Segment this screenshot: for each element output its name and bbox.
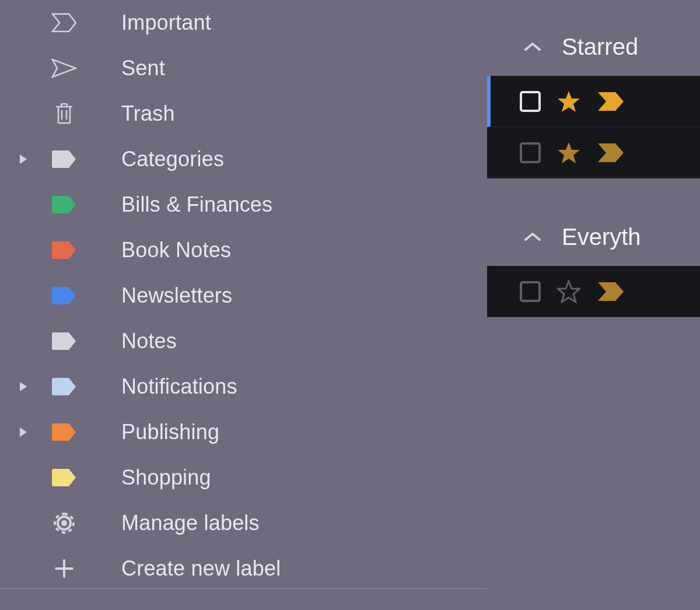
label-icon bbox=[51, 468, 77, 488]
label-icon bbox=[51, 286, 77, 306]
sidebar-item-label: Create new label bbox=[121, 556, 281, 581]
sidebar-item-label: Important bbox=[121, 10, 211, 35]
sidebar-item-label: Notifications bbox=[121, 374, 237, 399]
checkbox[interactable] bbox=[520, 91, 541, 112]
label-icon bbox=[51, 149, 77, 169]
sidebar-item-bills-finances[interactable]: Bills & Finances bbox=[0, 182, 487, 227]
label-icon bbox=[51, 377, 77, 397]
sidebar-item-label: Sent bbox=[121, 56, 165, 80]
message-row[interactable] bbox=[487, 127, 700, 178]
checkbox[interactable] bbox=[520, 281, 541, 302]
sent-icon bbox=[51, 58, 77, 78]
section-header-starred[interactable]: Starred bbox=[487, 23, 700, 70]
sidebar-item-label: Publishing bbox=[121, 420, 219, 444]
sidebar-item-categories[interactable]: Categories bbox=[0, 136, 487, 182]
important-icon[interactable] bbox=[597, 142, 625, 163]
star-icon[interactable] bbox=[557, 141, 580, 164]
sidebar-item-label: Book Notes bbox=[121, 238, 231, 262]
label-icon bbox=[51, 331, 77, 351]
sidebar-item-label: Trash bbox=[121, 101, 175, 126]
trash-icon bbox=[54, 102, 75, 125]
sidebar-item-label: Manage labels bbox=[121, 511, 260, 535]
important-icon bbox=[51, 13, 77, 33]
svg-point-0 bbox=[61, 520, 67, 526]
section-title: Everyth bbox=[562, 224, 641, 250]
sidebar-item-sent[interactable]: Sent bbox=[0, 45, 487, 91]
message-row[interactable] bbox=[487, 76, 700, 127]
sidebar-item-label: Notes bbox=[121, 329, 177, 353]
sidebar-item-notifications[interactable]: Notifications bbox=[0, 364, 487, 409]
section-title: Starred bbox=[562, 34, 638, 60]
checkbox[interactable] bbox=[520, 142, 541, 163]
expand-icon[interactable] bbox=[19, 381, 28, 392]
chevron-up-icon[interactable] bbox=[524, 232, 541, 242]
label-icon bbox=[51, 422, 77, 442]
message-row[interactable] bbox=[487, 266, 700, 317]
star-outline-icon[interactable] bbox=[557, 280, 580, 303]
sidebar-item-label: Categories bbox=[121, 147, 224, 171]
sidebar-item-manage-labels[interactable]: Manage labels bbox=[0, 500, 487, 546]
chevron-up-icon[interactable] bbox=[524, 41, 541, 52]
sidebar-item-notes[interactable]: Notes bbox=[0, 318, 487, 364]
sidebar-item-create-new-label[interactable]: Create new label bbox=[0, 546, 487, 591]
label-icon bbox=[51, 240, 77, 260]
gear-icon bbox=[52, 511, 76, 535]
important-icon[interactable] bbox=[597, 91, 625, 112]
sidebar-divider bbox=[0, 588, 487, 589]
sidebar-item-label: Bills & Finances bbox=[121, 192, 272, 217]
sidebar-item-newsletters[interactable]: Newsletters bbox=[0, 273, 487, 318]
message-panel: Starred bbox=[487, 0, 700, 610]
plus-icon bbox=[54, 558, 75, 579]
label-icon bbox=[51, 195, 77, 215]
sidebar-item-book-notes[interactable]: Book Notes bbox=[0, 227, 487, 273]
message-list-starred bbox=[487, 76, 700, 178]
expand-icon[interactable] bbox=[19, 426, 28, 438]
section-header-everything[interactable]: Everyth bbox=[487, 213, 700, 260]
sidebar-item-shopping[interactable]: Shopping bbox=[0, 455, 487, 500]
expand-icon[interactable] bbox=[19, 153, 28, 165]
message-list-everything bbox=[487, 266, 700, 317]
sidebar-item-label: Newsletters bbox=[121, 283, 232, 308]
sidebar-item-label: Shopping bbox=[121, 465, 211, 490]
sidebar: Important Sent Trash bbox=[0, 0, 487, 610]
sidebar-item-trash[interactable]: Trash bbox=[0, 91, 487, 136]
star-icon[interactable] bbox=[557, 90, 580, 113]
important-icon[interactable] bbox=[597, 281, 625, 302]
sidebar-item-important[interactable]: Important bbox=[0, 0, 487, 45]
sidebar-item-publishing[interactable]: Publishing bbox=[0, 409, 487, 455]
